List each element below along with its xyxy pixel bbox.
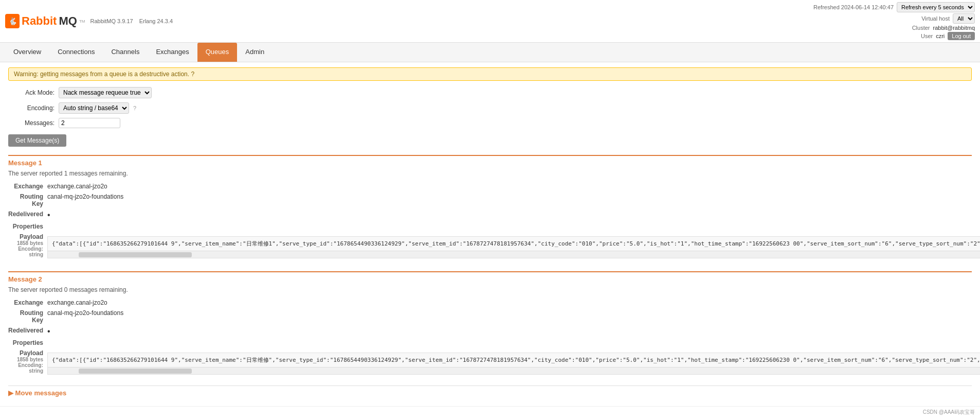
message-2-title: Message 2 xyxy=(8,275,972,283)
warning-message: Warning: getting messages from a queue i… xyxy=(8,67,972,81)
redelivered-value: • xyxy=(47,209,980,221)
payload-label: Payload 1858 bytes Encoding: string xyxy=(8,348,47,379)
message-1-details: Exchange exchange.canal-jzo2o Routing Ke… xyxy=(8,181,980,263)
encoding-select[interactable]: Auto string / base64 xyxy=(59,102,129,114)
move-messages-toggle[interactable]: ▶ Move messages xyxy=(8,389,66,397)
horizontal-scrollbar-2[interactable] xyxy=(48,367,980,374)
move-messages-section: ▶ Move messages xyxy=(8,386,972,397)
message-1-section: Message 1 The server reported 1 messages… xyxy=(8,155,972,263)
exchange-label: Exchange xyxy=(8,297,47,308)
messages-input[interactable] xyxy=(59,118,120,128)
redelivered-label: Redelivered xyxy=(8,325,47,338)
logout-button[interactable]: Log out xyxy=(948,32,975,40)
logo-icon: 🐇 xyxy=(5,14,20,28)
logo-tm: TM xyxy=(79,19,85,24)
top-bar: 🐇 RabbitMQTM RabbitMQ 3.9.17 Erlang 24.3… xyxy=(0,0,980,43)
payload-scroll-container[interactable]: {"data":[{"id":"168635266279101644 9","s… xyxy=(47,236,980,258)
table-row: Payload 1858 bytes Encoding: string {"da… xyxy=(8,232,980,263)
messages-label: Messages: xyxy=(8,119,55,127)
nav: Overview Connections Channels Exchanges … xyxy=(0,43,980,62)
properties-value xyxy=(47,338,980,348)
message-1-server-report: The server reported 1 messages remaining… xyxy=(8,170,972,177)
table-row: Properties xyxy=(8,221,980,232)
table-row: Redelivered • xyxy=(8,209,980,221)
erlang-version: Erlang 24.3.4 xyxy=(139,18,173,24)
payload-content: {"data":[{"id":"168635266279101644 9","s… xyxy=(47,348,980,379)
user-value: czri xyxy=(936,33,945,39)
nav-overview[interactable]: Overview xyxy=(5,43,49,62)
payload-encoding: Encoding: string xyxy=(8,362,43,374)
properties-value xyxy=(47,221,980,232)
cluster-value: rabbit@rabbitmq xyxy=(933,25,975,31)
payload-text: {"data":[{"id":"168635266279101644 9","s… xyxy=(48,237,980,251)
nav-exchanges[interactable]: Exchanges xyxy=(148,43,197,62)
encoding-help-icon[interactable]: ? xyxy=(133,105,136,111)
payload-text-2: {"data":[{"id":"168635266279101644 9","s… xyxy=(48,353,980,367)
virtual-host-select[interactable]: All xyxy=(953,13,975,24)
nav-queues[interactable]: Queues xyxy=(197,43,238,62)
messages-row: Messages: xyxy=(8,118,972,128)
message-2-details: Exchange exchange.canal-jzo2o Routing Ke… xyxy=(8,297,980,379)
logo-mq: MQ xyxy=(59,14,77,28)
cluster-label: Cluster xyxy=(912,25,930,31)
payload-bytes: 1858 bytes xyxy=(8,240,43,246)
scrollbar-thumb-2[interactable] xyxy=(79,369,192,374)
ack-mode-select[interactable]: Nack message requeue true xyxy=(59,87,152,98)
payload-scroll-container-2[interactable]: {"data":[{"id":"168635266279101644 9","s… xyxy=(47,353,980,375)
nav-channels[interactable]: Channels xyxy=(103,43,148,62)
refreshed-label: Refreshed 2024-06-14 12:40:47 xyxy=(813,4,894,10)
footer-text: CSDN @AAA码农宝哥 xyxy=(923,409,975,415)
redelivered-value: • xyxy=(47,325,980,338)
refresh-row: Refreshed 2024-06-14 12:40:47 Refresh ev… xyxy=(813,2,975,12)
properties-label: Properties xyxy=(8,338,47,348)
routing-key-label: Routing Key xyxy=(8,308,47,325)
exchange-value: exchange.canal-jzo2o xyxy=(47,181,980,191)
cluster-row: Cluster rabbit@rabbitmq xyxy=(912,25,975,31)
table-row: Payload 1858 bytes Encoding: string {"da… xyxy=(8,348,980,379)
rabbitmq-version: RabbitMQ 3.9.17 xyxy=(90,18,133,24)
scrollbar-thumb[interactable] xyxy=(79,252,192,257)
routing-key-value: canal-mq-jzo2o-foundations xyxy=(47,308,980,325)
refresh-select[interactable]: Refresh every 5 seconds xyxy=(897,2,975,12)
nav-admin[interactable]: Admin xyxy=(237,43,273,62)
nav-connections[interactable]: Connections xyxy=(49,43,103,62)
table-row: Routing Key canal-mq-jzo2o-foundations xyxy=(8,191,980,209)
top-right: Refreshed 2024-06-14 12:40:47 Refresh ev… xyxy=(813,2,975,40)
exchange-value: exchange.canal-jzo2o xyxy=(47,297,980,308)
virtual-host-label: Virtual host xyxy=(921,15,950,22)
table-row: Redelivered • xyxy=(8,325,980,338)
message-2-server-report: The server reported 0 messages remaining… xyxy=(8,286,972,293)
user-label: User xyxy=(921,33,933,39)
footer: CSDN @AAA码农宝哥 xyxy=(0,406,980,418)
payload-content: {"data":[{"id":"168635266279101644 9","s… xyxy=(47,232,980,263)
message-2-section: Message 2 The server reported 0 messages… xyxy=(8,271,972,379)
logo: 🐇 RabbitMQTM xyxy=(5,14,85,28)
routing-key-value: canal-mq-jzo2o-foundations xyxy=(47,191,980,209)
logo-rabbit: Rabbit xyxy=(22,14,57,28)
ack-mode-row: Ack Mode: Nack message requeue true xyxy=(8,87,972,98)
table-row: Exchange exchange.canal-jzo2o xyxy=(8,297,980,308)
payload-encoding: Encoding: string xyxy=(8,246,43,257)
version-info: RabbitMQ 3.9.17 Erlang 24.3.4 xyxy=(90,18,173,24)
encoding-row: Encoding: Auto string / base64 ? xyxy=(8,102,972,114)
routing-key-label: Routing Key xyxy=(8,191,47,209)
redelivered-label: Redelivered xyxy=(8,209,47,221)
ack-mode-label: Ack Mode: xyxy=(8,89,55,96)
get-messages-button[interactable]: Get Message(s) xyxy=(8,134,66,147)
table-row: Properties xyxy=(8,338,980,348)
virtual-host-row: Virtual host All xyxy=(921,13,975,24)
horizontal-scrollbar[interactable] xyxy=(48,251,980,258)
table-row: Routing Key canal-mq-jzo2o-foundations xyxy=(8,308,980,325)
exchange-label: Exchange xyxy=(8,181,47,191)
main-content: Warning: getting messages from a queue i… xyxy=(0,62,980,402)
table-row: Exchange exchange.canal-jzo2o xyxy=(8,181,980,191)
message-1-title: Message 1 xyxy=(8,159,972,167)
payload-bytes: 1858 bytes xyxy=(8,357,43,362)
logo-area: 🐇 RabbitMQTM RabbitMQ 3.9.17 Erlang 24.3… xyxy=(5,14,173,28)
encoding-label: Encoding: xyxy=(8,104,55,112)
properties-label: Properties xyxy=(8,221,47,232)
payload-label: Payload 1858 bytes Encoding: string xyxy=(8,232,47,263)
user-row: User czri Log out xyxy=(921,32,975,40)
